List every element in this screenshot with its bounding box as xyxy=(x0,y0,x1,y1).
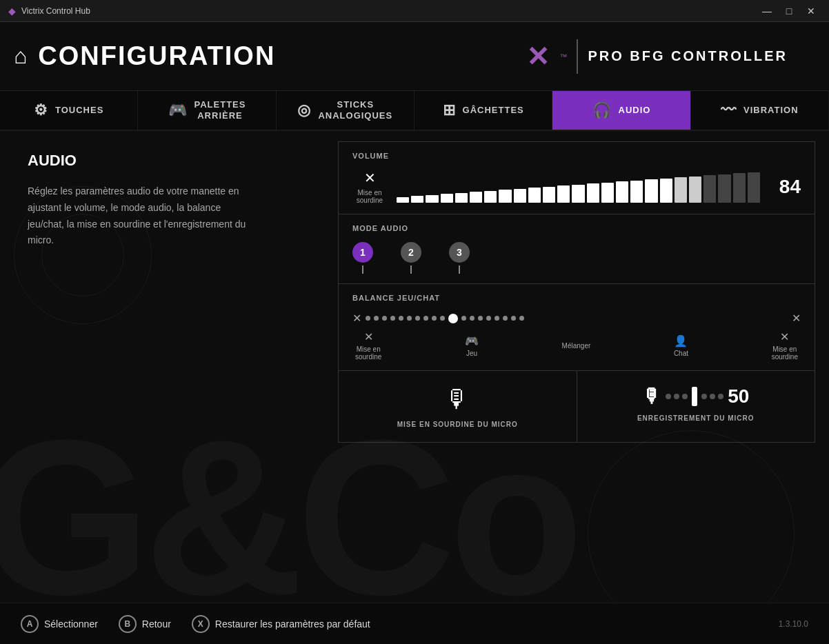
balance-thumb xyxy=(448,314,458,323)
mode-1-pin xyxy=(362,265,363,274)
balance-mute-right-text: Mise ensourdine xyxy=(772,345,798,361)
left-panel: AUDIO Réglez les paramètres audio de vot… xyxy=(0,131,331,603)
title-bar-controls: — □ ✕ xyxy=(757,4,821,18)
mode-2-pin xyxy=(410,265,412,274)
audio-mode-block: MODE AUDIO 1 2 3 xyxy=(338,214,815,283)
title-bar-left: ◆ Victrix Control Hub xyxy=(8,6,90,17)
balance-label: BALANCE JEU/CHAT xyxy=(352,294,801,302)
right-panel: VOLUME ✕ Mise ensourdine 84 MODE AUDIO 1 xyxy=(331,131,829,603)
brand-name: PRO BFG CONTROLLER xyxy=(588,48,788,64)
mic-recording-value: 50 xyxy=(728,385,749,407)
tab-gachettes[interactable]: ⊞ GÂCHETTES xyxy=(415,91,552,130)
balance-jeu-icon: 🎮 xyxy=(465,334,479,348)
tab-audio-label: AUDIO xyxy=(619,105,651,116)
balance-chat-icon: 👤 xyxy=(674,334,688,348)
mic-row: 🎙 MISE EN SOURDINE DU MICRO 🎙 xyxy=(338,370,815,443)
balance-label-melanger: Mélanger xyxy=(562,342,591,350)
balance-slider-row[interactable]: ✕ ✕ xyxy=(352,312,801,325)
balance-block: BALANCE JEU/CHAT ✕ ✕ ✕ Mise ensourdine xyxy=(338,283,815,370)
mode-3-circle: 3 xyxy=(449,242,470,263)
balance-labels-row: ✕ Mise ensourdine 🎮 Jeu Mélanger 👤 Chat … xyxy=(352,330,801,361)
volume-mute-button[interactable]: ✕ Mise ensourdine xyxy=(352,170,387,204)
touches-icon: ⚙ xyxy=(34,101,48,119)
footer-back-label: Retour xyxy=(142,618,171,630)
balance-mute-right-label-icon: ✕ xyxy=(780,330,789,343)
mode-2-button[interactable]: 2 xyxy=(401,242,421,274)
tab-gachettes-label: GÂCHETTES xyxy=(463,105,524,116)
palettes-icon: 🎮 xyxy=(168,101,188,119)
mode-1-button[interactable]: 1 xyxy=(352,242,373,274)
mic-dots-right xyxy=(701,394,723,399)
home-icon: ⌂ xyxy=(14,43,27,69)
main-content: G&Co AUDIO Réglez les paramètres audio d… xyxy=(0,131,829,603)
balance-label-jeu: 🎮 Jeu xyxy=(465,334,479,357)
btn-a: A xyxy=(21,615,39,633)
mic-recording-row: 🎙 50 xyxy=(642,385,749,407)
footer-restore-label: Restaurer les paramètres par défaut xyxy=(215,618,370,630)
tab-touches[interactable]: ⚙ TOUCHES xyxy=(0,91,138,130)
tab-palettes[interactable]: 🎮 PALETTESARRIÈRE xyxy=(138,91,276,130)
footer-action-select: A Sélectionner xyxy=(21,615,98,633)
balance-label-mute-left: ✕ Mise ensourdine xyxy=(355,330,381,361)
sticks-icon: ◎ xyxy=(297,101,311,119)
volume-label: VOLUME xyxy=(352,152,801,160)
tab-touches-label: TOUCHES xyxy=(55,105,103,116)
balance-mute-left-label-icon: ✕ xyxy=(364,330,373,343)
audio-mode-label: MODE AUDIO xyxy=(352,224,801,232)
audio-section-desc: Réglez les paramètres audio de votre man… xyxy=(28,183,248,249)
close-button[interactable]: ✕ xyxy=(801,4,821,18)
minimize-button[interactable]: — xyxy=(757,4,777,18)
tab-vibration[interactable]: 〰 VIBRATION xyxy=(691,91,829,130)
tab-vibration-label: VIBRATION xyxy=(743,105,799,116)
header-brand: ✕ ™ PRO BFG CONTROLLER xyxy=(526,39,788,74)
tab-audio[interactable]: 🎧 AUDIO xyxy=(552,91,690,130)
mute-x-icon: ✕ xyxy=(364,170,376,186)
mic-level-bar xyxy=(692,387,697,406)
balance-mute-right-icon: ✕ xyxy=(792,312,801,325)
audio-icon: 🎧 xyxy=(592,101,612,119)
mic-dot-6 xyxy=(718,394,723,399)
brand-logo: ✕ xyxy=(526,41,550,72)
volume-value: 84 xyxy=(770,176,801,198)
mic-dot-1 xyxy=(666,394,671,399)
brand-tm: ™ xyxy=(559,52,567,61)
footer-select-label: Sélectionner xyxy=(44,618,98,630)
app-title: Victrix Control Hub xyxy=(21,6,90,16)
balance-label-chat: 👤 Chat xyxy=(674,334,688,357)
app-icon: ◆ xyxy=(8,6,16,17)
footer-action-restore[interactable]: X Restaurer les paramètres par défaut xyxy=(192,615,370,633)
volume-block: VOLUME ✕ Mise ensourdine 84 xyxy=(338,141,815,214)
mode-2-circle: 2 xyxy=(401,242,421,263)
tab-palettes-label: PALETTESARRIÈRE xyxy=(194,99,246,121)
balance-melanger-text: Mélanger xyxy=(562,342,591,350)
gachettes-icon: ⊞ xyxy=(443,101,456,119)
mic-dots-left xyxy=(666,394,688,399)
mode-1-circle: 1 xyxy=(352,242,373,263)
nav-tabs: ⚙ TOUCHES 🎮 PALETTESARRIÈRE ◎ STICKSANAL… xyxy=(0,91,829,131)
tab-sticks[interactable]: ◎ STICKSANALOGIQUES xyxy=(277,91,415,130)
header-left: ⌂ CONFIGURATION xyxy=(14,41,275,71)
volume-slider[interactable] xyxy=(397,172,760,203)
mic-mute-section[interactable]: 🎙 MISE EN SOURDINE DU MICRO xyxy=(339,371,577,442)
vibration-icon: 〰 xyxy=(721,101,737,119)
btn-x: X xyxy=(192,615,210,633)
volume-row: ✕ Mise ensourdine 84 xyxy=(352,170,801,204)
mode-3-button[interactable]: 3 xyxy=(449,242,470,274)
mic-recording-label: ENREGISTREMENT DU MICRO xyxy=(637,414,755,422)
page-title: CONFIGURATION xyxy=(38,41,275,71)
maximize-button[interactable]: □ xyxy=(779,4,799,18)
brand-separator xyxy=(577,39,578,74)
balance-chat-text: Chat xyxy=(674,350,688,357)
footer-action-back: B Retour xyxy=(119,615,171,633)
title-bar: ◆ Victrix Control Hub — □ ✕ xyxy=(0,0,829,22)
version-label: 1.3.10.0 xyxy=(779,619,808,629)
audio-section-title: AUDIO xyxy=(28,152,310,170)
tab-sticks-label: STICKSANALOGIQUES xyxy=(318,99,392,121)
mode-3-pin xyxy=(459,265,460,274)
mic-dot-3 xyxy=(682,394,688,399)
balance-mute-left-icon: ✕ xyxy=(352,312,361,325)
mic-recording-icon: 🎙 xyxy=(642,385,661,407)
mic-dot-5 xyxy=(710,394,715,399)
mute-label: Mise ensourdine xyxy=(357,189,383,204)
balance-label-mute-right: ✕ Mise ensourdine xyxy=(772,330,798,361)
